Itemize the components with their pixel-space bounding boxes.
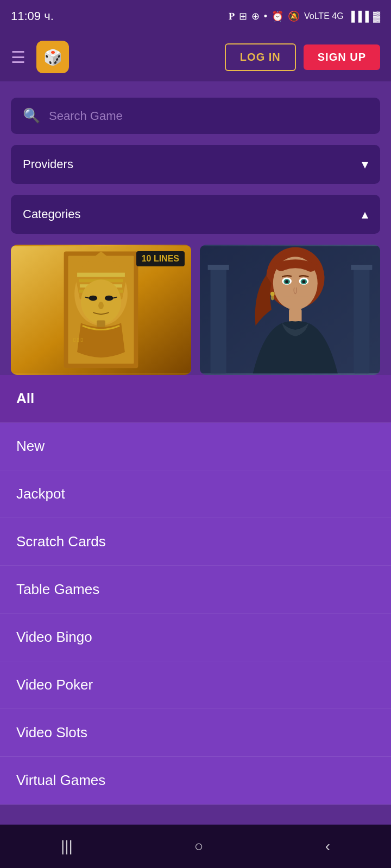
- gallery-icon: ⊞: [239, 10, 247, 22]
- svg-point-10: [81, 279, 121, 324]
- signup-button[interactable]: SIGN UP: [304, 44, 380, 70]
- android-back-button[interactable]: ‹: [325, 838, 330, 855]
- svg-point-34: [271, 295, 274, 301]
- categories-menu: AllNewJackpotScratch CardsTable GamesVid…: [0, 375, 391, 805]
- svg-rect-21: [208, 265, 229, 270]
- categories-dropdown[interactable]: Categories ▴: [11, 195, 380, 234]
- network-label: VoLTE 4G: [304, 11, 344, 21]
- category-item-virtual-games[interactable]: Virtual Games: [0, 757, 391, 805]
- providers-chevron-icon: ▾: [362, 157, 368, 172]
- pinterest-icon: 𝐏: [229, 11, 235, 22]
- svg-point-28: [285, 280, 288, 283]
- category-item-all[interactable]: All: [0, 375, 391, 423]
- android-nav-bar: ||| ○ ‹: [0, 825, 391, 868]
- category-item-video-poker[interactable]: Video Poker: [0, 661, 391, 709]
- game-badge-10lines: 10 LINES: [136, 251, 185, 266]
- mute-icon: 🔕: [288, 10, 300, 22]
- category-item-scratch-cards[interactable]: Scratch Cards: [0, 518, 391, 566]
- search-container: 🔍: [11, 98, 380, 134]
- status-time: 11:09 ч.: [11, 9, 54, 23]
- dot-icon: •: [264, 11, 267, 22]
- svg-point-15: [98, 302, 104, 309]
- category-item-video-slots[interactable]: Video Slots: [0, 709, 391, 757]
- category-item-jackpot[interactable]: Jackpot: [0, 470, 391, 518]
- hamburger-icon[interactable]: ☰: [11, 48, 26, 67]
- svg-text:𓂀 𓏤 𓆎: 𓂀 𓏤 𓆎: [73, 336, 83, 343]
- category-list: AllNewJackpotScratch CardsTable GamesVid…: [0, 375, 391, 805]
- logo-dice: 🎲: [43, 48, 62, 66]
- svg-rect-22: [354, 267, 369, 373]
- nav-left: ☰ 🎲: [11, 41, 69, 73]
- category-item-new[interactable]: New: [0, 423, 391, 470]
- android-home-button[interactable]: ○: [194, 838, 204, 855]
- logo-icon[interactable]: 🎲: [36, 41, 69, 73]
- game-card-detective[interactable]: [200, 245, 380, 375]
- providers-dropdown[interactable]: Providers ▾: [11, 145, 380, 184]
- svg-point-31: [302, 280, 305, 283]
- status-icons: 𝐏 ⊞ ⊕ • ⏰ 🔕 VoLTE 4G ▐▐▐ ▓: [229, 10, 380, 22]
- games-row: 𓂀 𓏤 𓆎 10 LINES: [11, 245, 380, 375]
- login-button[interactable]: LOG IN: [225, 43, 296, 71]
- categories-chevron-icon: ▴: [362, 207, 368, 222]
- messenger-icon: ⊕: [251, 10, 260, 22]
- providers-label: Providers: [23, 157, 73, 171]
- nav-bar: ☰ 🎲 LOG IN SIGN UP: [0, 33, 391, 81]
- main-content: 🔍 Providers ▾ Categories ▴: [0, 81, 391, 375]
- alarm-icon: ⏰: [272, 10, 283, 22]
- signal-icon: ▐▐▐: [348, 11, 369, 22]
- svg-rect-20: [211, 267, 226, 373]
- game-card-egyptian[interactable]: 𓂀 𓏤 𓆎 10 LINES: [11, 245, 191, 375]
- battery-icon: ▓: [373, 11, 380, 22]
- svg-point-12: [105, 296, 113, 301]
- category-item-table-games[interactable]: Table Games: [0, 566, 391, 614]
- status-bar: 11:09 ч. 𝐏 ⊞ ⊕ • ⏰ 🔕 VoLTE 4G ▐▐▐ ▓: [0, 0, 391, 33]
- category-item-video-bingo[interactable]: Video Bingo: [0, 614, 391, 661]
- svg-point-11: [89, 296, 98, 301]
- nav-right: LOG IN SIGN UP: [225, 43, 380, 71]
- search-input[interactable]: [49, 109, 368, 123]
- svg-rect-23: [351, 265, 372, 270]
- android-menu-button[interactable]: |||: [61, 838, 73, 855]
- categories-label: Categories: [23, 207, 80, 221]
- svg-rect-6: [77, 273, 125, 277]
- search-icon: 🔍: [23, 107, 40, 124]
